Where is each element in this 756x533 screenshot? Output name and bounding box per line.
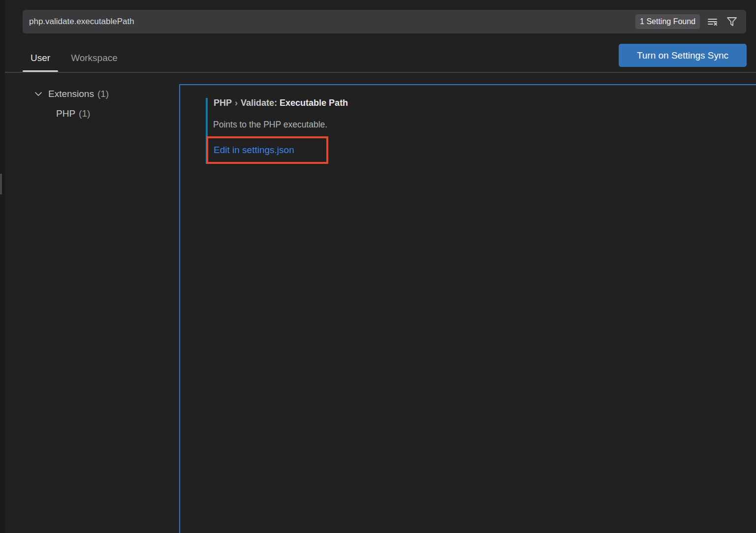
tree-item-count: (1) [97, 89, 109, 99]
window-left-edge [0, 0, 5, 533]
breadcrumb-separator: › [232, 98, 241, 108]
turn-on-settings-sync-button[interactable]: Turn on Settings Sync [619, 44, 747, 67]
results-count-badge: 1 Setting Found [635, 14, 700, 29]
annotation-highlight-box: Edit in settings.json [206, 136, 328, 164]
edit-in-settings-json-link[interactable]: Edit in settings.json [208, 145, 294, 156]
settings-search-input[interactable] [23, 10, 635, 33]
tree-item-label: Extensions [48, 89, 94, 99]
setting-title: PHP›Validate: Executable Path [214, 98, 348, 108]
tree-item-label: PHP [56, 108, 75, 119]
setting-category: PHP [214, 98, 232, 108]
clear-search-results-icon[interactable] [705, 14, 720, 29]
resize-sash[interactable] [0, 174, 2, 194]
setting-subcategory: Validate: [241, 98, 277, 108]
settings-list-panel: PHP›Validate: Executable Path Points to … [179, 84, 756, 533]
filter-icon[interactable] [724, 14, 739, 29]
tree-item-count: (1) [79, 108, 90, 119]
scope-tabs: User Workspace [23, 48, 126, 71]
tree-item-php[interactable]: PHP (1) [0, 104, 179, 124]
setting-description: Points to the PHP executable. [213, 120, 327, 130]
search-controls: 1 Setting Found [635, 14, 746, 29]
tab-workspace[interactable]: Workspace [63, 48, 126, 71]
setting-name: Executable Path [280, 98, 348, 108]
settings-search-box: 1 Setting Found [23, 10, 746, 33]
tab-user[interactable]: User [23, 48, 58, 71]
tree-item-extensions[interactable]: Extensions (1) [0, 84, 179, 104]
settings-tree: Extensions (1) PHP (1) [0, 84, 179, 124]
tabs-divider [5, 72, 756, 73]
chevron-down-icon [33, 89, 43, 99]
